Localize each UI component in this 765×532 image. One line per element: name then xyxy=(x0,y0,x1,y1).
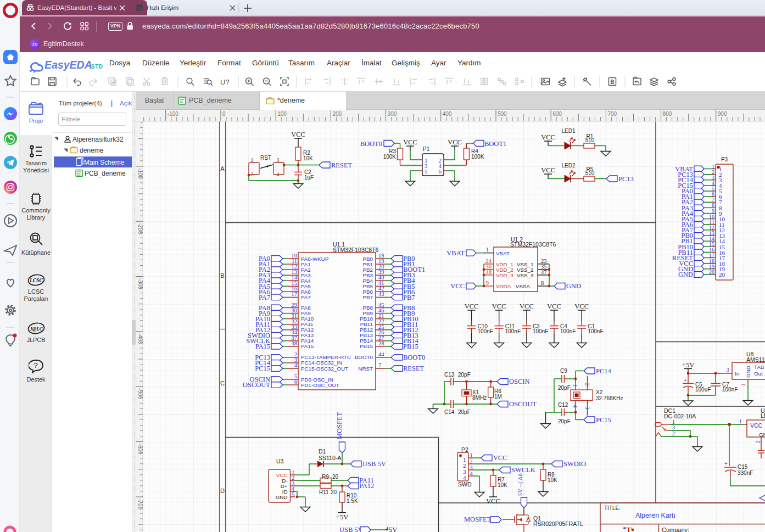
svg-text:3: 3 xyxy=(727,367,729,373)
svg-text:3: 3 xyxy=(277,157,280,163)
svg-text:100nF: 100nF xyxy=(505,328,521,334)
svg-text:17: 17 xyxy=(292,291,298,297)
svg-text:28: 28 xyxy=(378,340,384,346)
svg-text:44: 44 xyxy=(378,351,384,357)
svg-text:VCC: VCC xyxy=(750,422,763,429)
svg-text:PC15: PC15 xyxy=(255,365,270,372)
svg-text:20: 20 xyxy=(332,474,339,480)
svg-text:VDD_3: VDD_3 xyxy=(496,272,513,278)
svg-text:4: 4 xyxy=(463,474,466,481)
svg-text:PA7: PA7 xyxy=(259,294,270,301)
svg-text:BOOT0: BOOT0 xyxy=(360,140,382,148)
svg-text:5: 5 xyxy=(292,491,294,497)
svg-text:PC13: PC13 xyxy=(618,175,634,183)
svg-text:VCC: VCC xyxy=(448,138,462,146)
svg-text:RESET: RESET xyxy=(331,161,353,169)
svg-text:Alperen Kartı: Alperen Kartı xyxy=(635,512,675,519)
svg-text:R9: R9 xyxy=(322,474,329,480)
svg-text:PB15: PB15 xyxy=(403,343,418,350)
svg-text:20pF: 20pF xyxy=(458,372,471,378)
svg-text:P2: P2 xyxy=(461,446,468,453)
svg-text:9: 9 xyxy=(486,280,489,286)
svg-text:B: B xyxy=(611,79,615,85)
svg-text:C9: C9 xyxy=(560,368,567,374)
svg-text:3: 3 xyxy=(584,407,590,410)
svg-text:P3: P3 xyxy=(721,156,728,163)
svg-text:TAB: TAB xyxy=(754,364,764,370)
svg-text:8: 8 xyxy=(541,280,544,286)
svg-text:VCC: VCC xyxy=(403,138,417,146)
svg-text:RSR020P05FRATL: RSR020P05FRATL xyxy=(533,520,583,527)
svg-text:VSSA: VSSA xyxy=(516,283,531,289)
svg-text:D1: D1 xyxy=(319,448,326,455)
svg-text:PB7: PB7 xyxy=(403,294,415,301)
svg-text:2: 2 xyxy=(672,430,675,436)
svg-text:C: C xyxy=(220,380,225,387)
svg-text:510: 510 xyxy=(585,170,595,176)
svg-text:VCC: VCC xyxy=(291,131,305,138)
svg-text:PCB_deneme: PCB_deneme xyxy=(85,170,126,177)
svg-text:Main Scheme: Main Scheme xyxy=(84,159,125,166)
svg-text:48: 48 xyxy=(486,269,492,275)
svg-text:47: 47 xyxy=(541,269,547,275)
svg-text:R11: R11 xyxy=(319,489,329,495)
svg-text:Alperenasilturk32: Alperenasilturk32 xyxy=(72,136,124,143)
svg-text:100K: 100K xyxy=(383,154,397,160)
svg-text:D: D xyxy=(220,488,225,494)
svg-text:LED2: LED2 xyxy=(561,163,575,169)
svg-text:C13: C13 xyxy=(444,372,455,378)
svg-text:VCC: VCC xyxy=(450,282,465,290)
svg-text:VCC: VCC xyxy=(541,133,555,141)
svg-text:+5V: +5V xyxy=(336,513,348,521)
svg-text:510: 510 xyxy=(585,137,595,143)
svg-text:STM32F103C8T6: STM32F103C8T6 xyxy=(510,241,556,248)
svg-text:20pF: 20pF xyxy=(558,418,571,424)
svg-text:SWCLK: SWCLK xyxy=(511,466,535,474)
svg-text:RST: RST xyxy=(260,155,271,161)
svg-text:U3: U3 xyxy=(276,458,284,464)
svg-text:In: In xyxy=(735,371,739,377)
svg-text:1: 1 xyxy=(739,418,742,424)
svg-text:7: 7 xyxy=(378,362,381,368)
svg-text:20pF: 20pF xyxy=(458,409,471,415)
svg-text:VBAT: VBAT xyxy=(446,249,465,257)
svg-text:VCC: VCC xyxy=(541,166,555,174)
svg-text:100nF: 100nF xyxy=(560,328,576,334)
svg-text:3: 3 xyxy=(470,464,473,471)
svg-text:+5V: +5V xyxy=(385,526,397,532)
svg-text:20: 20 xyxy=(331,489,337,495)
svg-text:1M: 1M xyxy=(494,394,502,400)
svg-text:8MHz: 8MHz xyxy=(472,395,487,401)
svg-text:MOSFET: MOSFET xyxy=(464,516,492,523)
svg-text:3: 3 xyxy=(672,424,675,430)
svg-text:C14: C14 xyxy=(444,409,455,415)
svg-text:800: 800 xyxy=(663,111,672,117)
svg-text:GND: GND xyxy=(678,271,693,278)
svg-text:A: A xyxy=(220,165,225,172)
svg-text:RESET: RESET xyxy=(403,365,425,372)
svg-text:PA7: PA7 xyxy=(301,294,311,300)
svg-text:PA15: PA15 xyxy=(255,343,270,350)
svg-text:Out: Out xyxy=(754,371,763,377)
svg-text:PC15: PC15 xyxy=(596,416,611,424)
svg-text:AMS1117: AMS1117 xyxy=(746,356,765,363)
svg-text:2: 2 xyxy=(755,441,761,444)
svg-text:C12: C12 xyxy=(558,402,568,408)
svg-text:PD1-OSC_OUT: PD1-OSC_OUT xyxy=(301,382,339,388)
svg-text:VCC: VCC xyxy=(520,303,534,310)
svg-text:1.5K: 1.5K xyxy=(347,498,358,504)
svg-text:10K: 10K xyxy=(498,482,507,488)
svg-text:BOOT1: BOOT1 xyxy=(484,140,506,148)
svg-text:SWD: SWD xyxy=(458,481,472,488)
svg-text:2: 2 xyxy=(584,383,590,386)
svg-text:DC-002-10A: DC-002-10A xyxy=(664,413,696,419)
svg-text:USB 5V: USB 5V xyxy=(362,460,386,468)
svg-text:NRST: NRST xyxy=(358,366,373,372)
svg-text:LCSC: LCSC xyxy=(29,278,43,283)
svg-text:700: 700 xyxy=(607,111,617,117)
svg-text:B: B xyxy=(220,272,224,279)
svg-text:1: 1 xyxy=(740,384,746,387)
svg-text:OSCOUT: OSCOUT xyxy=(243,381,270,389)
svg-text:330nF: 330nF xyxy=(738,470,753,476)
svg-text:5V --( A6: 5V --( A6 xyxy=(517,473,524,496)
